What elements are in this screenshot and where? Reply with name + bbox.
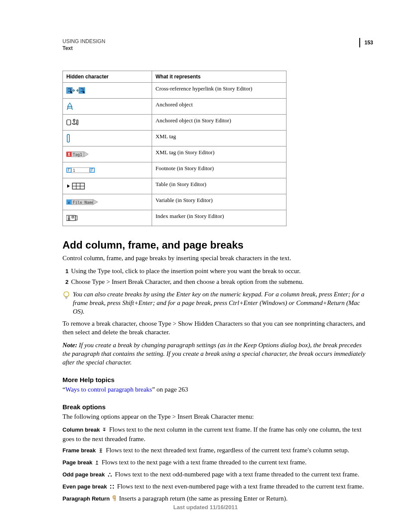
table-cell-desc: XML tag (in Story Editor) — [152, 146, 286, 162]
xml-tag-storyeditor-icon: XTag1 — [63, 146, 152, 162]
svg-point-39 — [111, 476, 112, 477]
tip: You can also create breaks by using the … — [62, 290, 368, 316]
svg-point-43 — [110, 488, 112, 489]
lightbulb-icon — [62, 290, 73, 316]
table-row: XTag1XML tag (in Story Editor) — [63, 146, 286, 162]
break-options-heading: Break options — [62, 403, 368, 411]
table-row: Cross-reference hyperlink (in Story Edit… — [63, 83, 286, 99]
paragraph-return-icon — [112, 495, 117, 504]
svg-point-37 — [97, 460, 98, 462]
table-cell-desc: Anchored object (in Story Editor) — [152, 115, 286, 131]
definition-term: Even page break — [62, 483, 107, 490]
svg-rect-7 — [67, 120, 71, 125]
steps-list: 1Using the Type tool, click to place the… — [62, 267, 368, 286]
svg-rect-11 — [67, 134, 69, 142]
definition-term: Column break — [62, 426, 100, 433]
anchored-object-icon — [63, 99, 152, 115]
table-cell-desc: Cross-reference hyperlink (in Story Edit… — [152, 83, 286, 99]
odd-page-break-icon — [107, 471, 112, 479]
definition: Column break Flows text to the next colu… — [62, 425, 368, 443]
definition: Paragraph Return Inserts a paragraph ret… — [62, 494, 368, 504]
definition-desc: Flows text to the next odd-numbered page… — [115, 471, 359, 478]
document-header: USING INDESIGN Text — [62, 38, 368, 52]
table-cell-desc: Footnote (in Story Editor) — [152, 162, 286, 178]
svg-point-40 — [109, 473, 111, 474]
svg-point-1 — [70, 91, 72, 93]
doc-section: Text — [62, 45, 368, 52]
table-cell-desc: XML tag — [152, 131, 286, 146]
crossref-hyperlink-icon — [63, 83, 152, 99]
table-header: Hidden character — [63, 71, 152, 83]
svg-rect-10 — [77, 120, 78, 125]
definition: Odd page break Flows text to the next od… — [62, 470, 368, 479]
definition: Even page break Flows text to the next e… — [62, 482, 368, 492]
table-cell-desc: Table (in Story Editor) — [152, 178, 286, 194]
table-row: vFile NameVariable (in Story Editor) — [63, 194, 286, 210]
footnote-storyeditor-icon: F1F — [63, 162, 152, 178]
step: 1Using the Type tool, click to place the… — [62, 267, 368, 276]
table-row: Anchored object — [63, 99, 286, 115]
more-help-line: “Ways to control paragraph breaks” on pa… — [62, 385, 368, 394]
definition-term: Odd page break — [62, 471, 105, 478]
svg-text:F: F — [68, 168, 70, 172]
table-row: Index marker (in Story Editor) — [63, 210, 286, 226]
svg-rect-32 — [66, 215, 75, 221]
svg-text:Tag1: Tag1 — [73, 152, 82, 157]
note: Note: If you create a break by changing … — [62, 341, 368, 367]
table-row: Anchored object (in Story Editor) — [63, 115, 286, 131]
definition-desc: Flows text to the next column in the cur… — [62, 426, 361, 442]
frame-break-icon — [98, 447, 103, 455]
definition-desc: Flows text to the next even-numbered pag… — [117, 483, 364, 490]
table-storyeditor-icon — [63, 178, 152, 194]
page-break-icon — [95, 459, 99, 467]
step-text: Using the Type tool, click to place the … — [71, 268, 301, 274]
definition: Frame break Flows text to the next threa… — [62, 446, 368, 455]
even-page-break-icon — [109, 483, 115, 492]
svg-text:File Name: File Name — [73, 200, 94, 205]
table-row: Table (in Story Editor) — [63, 178, 286, 194]
note-text: If you create a break by changing paragr… — [62, 342, 365, 366]
xref-link[interactable]: Ways to control paragraph breaks — [65, 386, 152, 393]
more-help-heading: More Help topics — [62, 376, 368, 383]
definition-desc: Inserts a paragraph return (the same as … — [119, 495, 287, 502]
anchored-object-storyeditor-icon — [63, 115, 152, 131]
definition-term: Paragraph Return — [62, 495, 110, 502]
footer: Last updated 11/16/2011 — [0, 504, 411, 510]
table-cell-desc: Anchored object — [152, 99, 286, 115]
svg-point-3 — [83, 91, 84, 93]
definition-list: Column break Flows text to the next colu… — [62, 425, 368, 504]
svg-point-44 — [113, 488, 114, 489]
definition-desc: Flows text to the next threaded text fra… — [106, 447, 349, 454]
svg-text:1: 1 — [73, 168, 75, 173]
section-intro: Control column, frame, and page breaks b… — [62, 254, 368, 262]
svg-text:X: X — [68, 152, 70, 157]
definition-term: Page break — [62, 459, 92, 466]
section-heading: Add column, frame, and page breaks — [62, 239, 368, 251]
definition-desc: Flows text to the next page with a text … — [102, 459, 307, 466]
xml-tag-icon — [63, 131, 152, 146]
table-header: What it represents — [152, 71, 286, 83]
column-break-icon — [102, 426, 106, 435]
step-number: 2 — [62, 278, 68, 286]
index-marker-storyeditor-icon — [63, 210, 152, 226]
table-row: F1FFootnote (in Story Editor) — [63, 162, 286, 178]
svg-point-36 — [64, 292, 69, 297]
break-options-intro: The following options appear on the Type… — [62, 412, 368, 421]
svg-point-38 — [108, 476, 109, 477]
remove-break-text: To remove a break character, choose Type… — [62, 319, 368, 336]
definition-term: Frame break — [62, 447, 96, 454]
svg-point-41 — [110, 485, 112, 486]
step: 2Choose Type > Insert Break Character, a… — [62, 277, 368, 286]
svg-rect-35 — [75, 216, 77, 220]
svg-text:v: v — [68, 200, 70, 205]
tip-text: You can also create breaks by using the … — [73, 290, 368, 316]
table-cell-desc: Index marker (in Story Editor) — [152, 210, 286, 226]
page-number: 153 — [359, 38, 373, 47]
hidden-characters-table: Hidden character What it represents Cros… — [62, 71, 286, 226]
doc-title: USING INDESIGN — [62, 38, 368, 45]
table-row: XML tag — [63, 131, 286, 146]
table-cell-desc: Variable (in Story Editor) — [152, 194, 286, 210]
step-number: 1 — [62, 267, 68, 276]
definition: Page break Flows text to the next page w… — [62, 458, 368, 467]
note-label: Note: — [62, 342, 77, 348]
